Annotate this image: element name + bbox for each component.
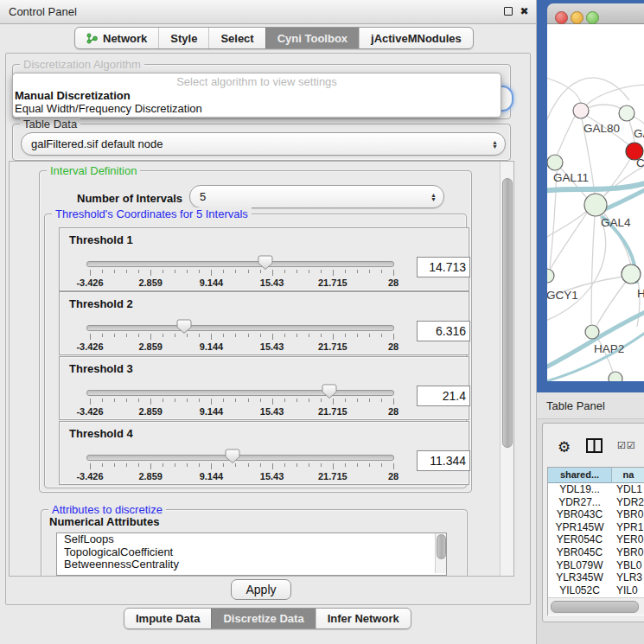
node[interactable] [609, 372, 622, 381]
minor-tick [102, 399, 103, 402]
slider-track[interactable] [86, 261, 394, 267]
threshold-panel-3: Threshold 3-3.4262.8599.14415.4321.71528 [59, 356, 469, 420]
minimize-traffic-light-icon[interactable] [571, 11, 583, 24]
table-cell-shared-name[interactable]: YDR27... [548, 496, 611, 508]
table-cell-name[interactable]: YBR0 [616, 546, 644, 558]
table-hscrollbar-thumb[interactable] [551, 601, 639, 613]
close-icon[interactable]: ✖ [520, 7, 529, 16]
table-cell-shared-name[interactable]: YPR145W [548, 521, 611, 533]
slider-thumb[interactable] [176, 319, 192, 335]
table-cell-name[interactable]: YBL0 [616, 559, 644, 571]
threshold-value-field[interactable] [417, 450, 470, 471]
network-edge[interactable] [591, 216, 595, 324]
minor-tick [126, 463, 127, 467]
split-table-icon[interactable] [586, 438, 603, 453]
tab-style[interactable]: Style [158, 28, 208, 48]
checkbox-icon[interactable]: ☑☑ [617, 440, 636, 451]
table-cell-name[interactable]: YDR2 [616, 496, 644, 508]
close-traffic-light-icon[interactable] [555, 11, 568, 24]
float-window-icon[interactable] [504, 7, 513, 16]
table-cell-name[interactable]: YPR1 [616, 521, 644, 533]
slider-thumb[interactable] [225, 449, 240, 464]
minor-tick [284, 399, 285, 402]
GAL11-node[interactable] [547, 155, 563, 170]
node[interactable] [622, 265, 641, 284]
gear-icon[interactable]: ⚙ [558, 438, 571, 456]
minor-tick [163, 463, 163, 467]
network-node-label: GAL80 [583, 122, 620, 135]
attribute-list-item[interactable]: TopologicalCoefficient [57, 546, 446, 559]
network-edge[interactable] [588, 105, 624, 111]
major-tick [333, 334, 334, 340]
network-edge[interactable] [557, 116, 575, 156]
attribute-list-item[interactable]: SelfLoops [57, 533, 446, 546]
slider-thumb[interactable] [322, 384, 337, 399]
table-hscrollbar[interactable] [548, 597, 644, 615]
slider-track[interactable] [86, 325, 394, 331]
minor-tick [357, 399, 358, 402]
scrollpane-vscrollbar[interactable] [500, 162, 513, 576]
HAP2-node[interactable] [585, 325, 599, 339]
table-data-combobox[interactable]: galFiltered.sif default node ▲▼ [21, 132, 506, 156]
slider-thumb[interactable] [258, 255, 273, 271]
GAL80-node[interactable] [573, 103, 589, 118]
tick-label: 2.859 [138, 277, 163, 288]
table-cell-shared-name[interactable]: YIL052C [548, 584, 611, 596]
table-cell-shared-name[interactable]: YDL19... [548, 483, 611, 495]
threshold-value-field[interactable] [417, 257, 470, 277]
tab-impute-data[interactable]: Impute Data [124, 609, 211, 628]
slider-track[interactable] [86, 455, 394, 461]
tab-discretize-data[interactable]: Discretize Data [211, 609, 315, 628]
attribute-list-item[interactable]: BetweennessCentrality [57, 558, 446, 571]
threshold-slider[interactable]: -3.4262.8599.14415.4321.71528 [86, 422, 394, 484]
table-cell-name[interactable]: YER0 [616, 533, 644, 545]
tab-network[interactable]: Network [75, 28, 158, 48]
minor-tick [126, 334, 127, 337]
table-cell-shared-name[interactable]: YBR043C [548, 508, 611, 520]
attributes-scrollbar-thumb[interactable] [437, 534, 446, 559]
tab-infer-network[interactable]: Infer Network [316, 609, 411, 628]
table-cell-shared-name[interactable]: YBL079W [548, 559, 611, 571]
table-cell-shared-name[interactable]: YBR045C [548, 546, 611, 558]
GAL4-node[interactable] [584, 194, 607, 216]
network-view-canvas[interactable]: GAL80GACGAL11GAL4GCY1HHAP2 [547, 24, 644, 381]
apply-button[interactable]: Apply [231, 579, 291, 600]
column-header-name[interactable]: na [612, 468, 644, 483]
attributes-list-scrollbar[interactable] [435, 533, 446, 573]
zoom-traffic-light-icon[interactable] [586, 11, 599, 24]
node[interactable] [619, 105, 634, 121]
scrollpane-vscrollbar-thumb[interactable] [502, 178, 513, 448]
table-cell-name[interactable]: YIL0 [616, 584, 644, 596]
network-edge[interactable] [547, 76, 581, 104]
minor-tick [126, 399, 127, 402]
tab-select[interactable]: Select [208, 28, 265, 48]
algorithm-option-equal-width[interactable]: Equal Width/Frequency Discretization [13, 102, 501, 115]
table-cell-name[interactable]: YBR0 [616, 508, 644, 520]
algorithm-option-manual[interactable]: Manual Discretization [13, 89, 501, 102]
major-tick [90, 399, 91, 405]
tab-jactivemnodules[interactable]: jActiveMNodules [359, 28, 473, 48]
network-edge[interactable] [596, 282, 626, 326]
tab-label: Infer Network [328, 612, 399, 625]
tab-label: Impute Data [136, 612, 200, 625]
threshold-value-field[interactable] [417, 321, 470, 341]
network-edge[interactable] [550, 171, 557, 268]
major-tick [90, 463, 91, 469]
threshold-value-field[interactable] [417, 386, 470, 406]
number-of-intervals-combobox[interactable]: 5 ▲▼ [189, 185, 444, 208]
slider-track[interactable] [86, 390, 394, 396]
table-cell-name[interactable]: YDL1 [616, 483, 644, 495]
threshold-slider[interactable]: -3.4262.8599.14415.4321.71528 [86, 292, 394, 354]
network-edge[interactable] [587, 85, 644, 105]
network-edge[interactable] [550, 213, 587, 270]
column-header-shared-name[interactable]: shared... [548, 468, 612, 483]
table-cell-name[interactable]: YLR3 [616, 571, 644, 583]
threshold-slider[interactable]: -3.4262.8599.14415.4321.71528 [86, 228, 394, 290]
table-cell-shared-name[interactable]: YLR345W [548, 571, 611, 583]
table-cell-shared-name[interactable]: YER054C [548, 533, 611, 545]
table-panel-titlebar: Table Panel [537, 392, 644, 419]
minor-tick [199, 270, 200, 273]
threshold-slider[interactable]: -3.4262.8599.14415.4321.71528 [86, 357, 394, 419]
tab-cyni-toolbox[interactable]: Cyni Toolbox [265, 28, 359, 48]
GCY1-node[interactable] [547, 269, 554, 283]
